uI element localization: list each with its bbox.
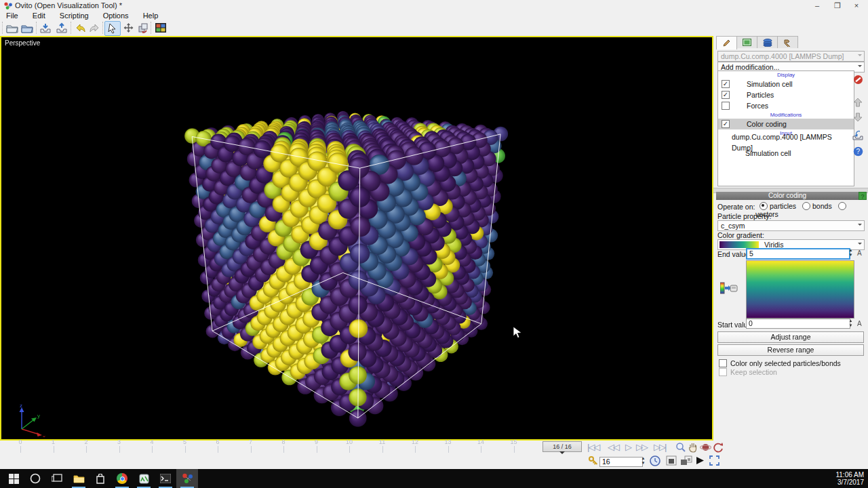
pan-tool-icon[interactable] [688,442,698,453]
text-editor-button[interactable] [133,469,155,488]
close-button[interactable]: × [846,1,867,10]
timeline-tick-label: 2 [84,439,87,445]
restore-button[interactable]: ❐ [827,1,848,10]
redo-button[interactable] [87,21,102,35]
animation-settings-icon[interactable] [650,455,660,466]
zoom-selection-extents-icon[interactable] [680,455,692,466]
maximize-viewport-icon[interactable] [709,455,719,466]
import-file-button[interactable] [38,21,53,35]
chrome-button[interactable] [111,469,133,488]
rollout-help-button[interactable]: ? [859,192,867,200]
color-only-selected-row[interactable]: Color only selected particles/bonds [719,359,841,367]
ovito-taskbar-button[interactable] [176,469,198,488]
frame-spinner[interactable]: ▲▼ [640,456,646,466]
goto-end-button[interactable]: ▷▷| [654,442,665,452]
rotate-view-icon[interactable] [713,442,723,453]
toolbar-separator [151,22,152,34]
checkbox-unchecked[interactable] [722,102,730,110]
particle-property-dropdown[interactable]: c_csym [717,220,865,231]
current-frame-input[interactable]: 16 [599,457,643,467]
particle-property-label: Particle property: [717,212,771,220]
export-color-scale-icon[interactable] [720,281,738,295]
radio-bonds[interactable] [802,202,810,210]
help-button[interactable]: ? [851,144,865,158]
render-settings-button[interactable] [153,21,168,35]
arrow-up-icon [853,98,863,107]
timeline-ruler[interactable]: 0123456789101112131415 [0,441,583,454]
menu-file[interactable]: File [0,11,24,20]
pipeline-source-selector[interactable]: dump.Cu.comp.4000 [LAMMPS Dump] [717,51,865,62]
tab-utilities[interactable] [777,36,798,48]
file-explorer-button[interactable] [68,469,90,488]
end-value-spinner[interactable]: ▲▼ [848,248,854,258]
play-button[interactable]: ▷ [625,442,632,452]
pipeline-item-particles[interactable]: ✓Particles [718,89,854,100]
previous-frame-button[interactable]: ◁◁ [608,442,618,452]
pipeline-item-label: Simulation cell [747,79,793,89]
toggle-modifier-button[interactable] [851,128,865,142]
chevron-down-icon [858,243,862,247]
reverse-range-button[interactable]: Reverse range [717,344,864,356]
minimize-button[interactable]: – [807,1,827,10]
pipeline-item-label: Particles [747,89,774,100]
render-arrow-icon[interactable] [696,456,705,465]
checkbox-checked[interactable]: ✓ [722,120,730,128]
start-value-input[interactable]: 0 [746,319,850,329]
goto-start-button[interactable]: |◁◁ [587,442,599,452]
checkbox-checked[interactable]: ✓ [722,80,730,88]
taskbar-clock[interactable]: 11:06 AM 3/7/2017 [835,471,864,486]
timeline-slider-thumb[interactable]: 16 / 16 [542,441,582,452]
adjust-range-button[interactable]: Adjust range [717,331,864,343]
checkbox-checked[interactable]: ✓ [722,91,730,99]
color-coding-rollout-header[interactable]: Color coding [716,192,859,200]
selection-mode-button[interactable] [104,21,121,36]
particle-scene-canvas[interactable] [1,37,712,439]
tab-overlays[interactable] [757,36,778,48]
undo-button[interactable] [73,21,87,35]
task-view-button[interactable] [46,469,68,488]
pipeline-item-simulation-cell[interactable]: ✓Simulation cell [718,79,854,89]
menu-edit[interactable]: Edit [26,11,52,20]
end-value-input[interactable]: 5 [746,248,850,260]
delete-modifier-button[interactable] [851,73,865,86]
next-frame-button[interactable]: ▷▷ [636,442,647,452]
rotate-mode-button[interactable] [136,21,151,35]
axis-z-label: z [20,403,22,409]
move-modifier-up-button[interactable] [851,96,865,109]
pipeline-item-forces[interactable]: Forces [718,100,854,111]
main-toolbar [0,20,868,36]
end-value-animate-button[interactable]: A [857,249,862,257]
export-file-button[interactable] [54,21,69,35]
timeline-tick [152,446,153,453]
cortana-button[interactable] [24,469,46,488]
open-remote-file-button[interactable] [20,21,35,35]
move-mode-button[interactable] [121,21,136,35]
menu-help[interactable]: Help [137,11,165,20]
start-value-spinner[interactable]: ▲▼ [848,319,854,329]
zoom-scene-extents-icon[interactable] [666,455,677,466]
store-button[interactable] [90,469,111,488]
start-button[interactable] [3,469,24,488]
pencil-icon [722,39,731,47]
tab-render[interactable] [736,36,757,48]
orbit-tool-icon[interactable] [700,442,711,453]
toolbar-separator [2,22,3,34]
zoom-tool-icon[interactable] [675,442,686,453]
radio-particles[interactable] [760,202,768,210]
timeline-tick-label: 4 [150,439,153,445]
terminal-button[interactable] [155,469,176,488]
checkbox-unchecked[interactable] [719,359,727,367]
pipeline-item-color-coding[interactable]: ✓Color coding [718,119,854,129]
timeline-tick-label: 9 [315,439,318,445]
viewport[interactable]: Perspective z x y [0,36,713,441]
menu-options[interactable]: Options [97,11,135,20]
pipeline-item-dump-cu-comp-4000-lammps-dump-[interactable]: dump.Cu.comp.4000 [LAMMPS Dump] [718,137,854,148]
start-value-animate-button[interactable]: A [857,320,862,327]
pipeline-item-simulation-cell[interactable]: Simulation cell [718,148,854,159]
move-modifier-down-button[interactable] [851,110,865,124]
radio-vectors[interactable] [838,202,846,210]
viewport-caption[interactable]: Perspective [5,39,40,47]
tab-modify[interactable] [716,36,737,49]
open-file-button[interactable] [5,21,20,35]
menu-scripting[interactable]: Scripting [54,11,95,20]
